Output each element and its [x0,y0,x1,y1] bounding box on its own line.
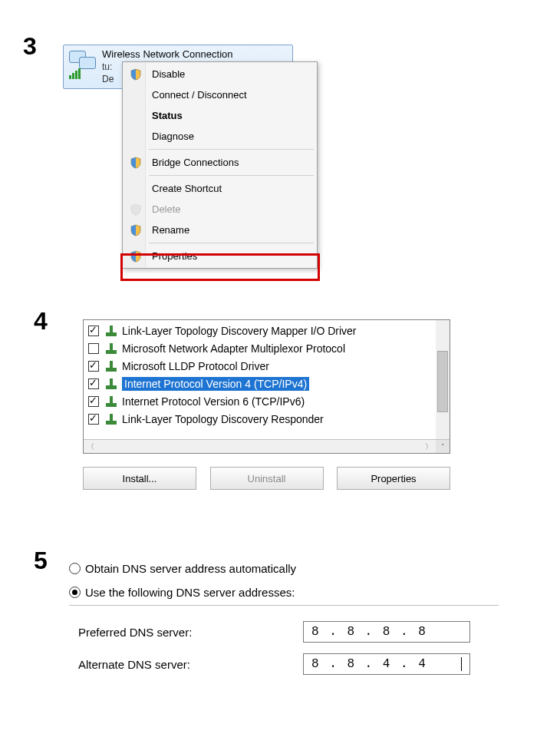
shield-icon [130,68,142,81]
protocol-label: Internet Protocol Version 4 (TCP/IPv4) [122,377,309,391]
protocol-row[interactable]: Link-Layer Topology Discovery Mapper I/O… [84,322,450,339]
menu-label: Create Shortcut [152,183,222,194]
radio-label: Use the following DNS server addresses: [85,586,295,599]
radio-label: Obtain DNS server address automatically [85,562,296,575]
dns-settings-panel: Obtain DNS server address automatically … [69,562,499,686]
menu-label: Status [152,110,183,121]
menu-item-disable[interactable]: Disable [124,64,315,84]
context-menu: Disable Connect / Disconnect Status Diag… [122,61,318,269]
alternate-dns-input[interactable]: 8 . 8 . 4 . 4 [303,653,470,675]
protocol-label: Internet Protocol Version 6 (TCP/IPv6) [122,395,305,408]
protocol-checkbox[interactable] [88,361,99,372]
protocol-row[interactable]: Internet Protocol Version 4 (TCP/IPv4) [84,375,450,392]
menu-label: Rename [152,224,189,236]
scroll-left-icon[interactable]: 〈 [84,441,97,452]
protocol-checkbox[interactable] [88,378,99,389]
protocol-label: Link-Layer Topology Discovery Responder [122,413,324,425]
menu-separator [149,175,314,176]
radio-icon [69,587,81,598]
scrollbar-thumb[interactable] [437,351,448,412]
menu-item-status[interactable]: Status [124,105,315,126]
radio-use-following[interactable]: Use the following DNS server addresses: [69,586,499,599]
vertical-scrollbar[interactable]: ˅ [436,320,450,453]
radio-obtain-auto[interactable]: Obtain DNS server address automatically [69,562,499,575]
protocol-label: Link-Layer Topology Discovery Mapper I/O… [122,325,357,337]
step-number-3: 3 [23,32,37,61]
menu-item-delete: Delete [124,199,315,220]
menu-separator [149,149,314,150]
properties-button[interactable]: Properties [337,467,450,490]
network-adapter-icon [67,48,99,81]
protocol-icon [105,361,117,372]
horizontal-scrollbar[interactable]: 〈〉 [84,439,436,453]
install-button[interactable]: Install... [83,467,196,490]
connection-properties-panel: Link-Layer Topology Discovery Mapper I/O… [60,318,493,515]
protocol-checkbox[interactable] [88,396,99,407]
protocols-listbox[interactable]: Link-Layer Topology Discovery Mapper I/O… [83,319,450,454]
menu-label: Diagnose [152,131,194,142]
protocol-icon [105,396,117,407]
menu-label: Connect / Disconnect [152,89,247,101]
protocol-checkbox[interactable] [88,343,99,354]
menu-separator [149,243,314,243]
menu-label: Delete [152,203,181,215]
menu-label: Disable [152,68,185,80]
uninstall-button: Uninstall [210,467,324,490]
step-number-4: 4 [34,307,48,335]
adapter-title: Wireless Network Connection [102,48,233,61]
scroll-down-icon[interactable]: ˅ [436,439,450,453]
preferred-dns-label: Preferred DNS server: [69,626,303,639]
protocol-icon [105,414,117,425]
protocol-row[interactable]: Internet Protocol Version 6 (TCP/IPv6) [84,392,450,410]
shield-icon [130,250,142,263]
protocol-icon [105,326,117,336]
shield-icon [130,203,142,216]
menu-item-diagnose[interactable]: Diagnose [124,126,315,147]
alternate-dns-label: Alternate DNS server: [69,658,303,671]
protocol-row[interactable]: Microsoft Network Adapter Multiplexor Pr… [84,339,450,357]
protocol-icon [105,343,117,354]
protocol-row[interactable]: Link-Layer Topology Discovery Responder [84,410,450,428]
menu-label: Properties [152,250,197,262]
menu-item-rename[interactable]: Rename [124,220,315,240]
protocol-icon [105,378,117,389]
preferred-dns-input[interactable]: 8 . 8 . 8 . 8 [303,621,470,643]
protocol-label: Microsoft Network Adapter Multiplexor Pr… [122,342,345,355]
shield-icon [130,224,142,236]
protocol-checkbox[interactable] [88,414,99,425]
scroll-right-icon[interactable]: 〉 [422,441,436,452]
protocol-checkbox[interactable] [88,326,99,336]
menu-item-bridge[interactable]: Bridge Connections [124,152,315,173]
step-number-5: 5 [34,547,48,575]
menu-item-connect[interactable]: Connect / Disconnect [124,84,315,105]
menu-item-properties[interactable]: Properties [124,246,315,266]
protocol-row[interactable]: Microsoft LLDP Protocol Driver [84,357,450,375]
shield-icon [130,157,142,169]
protocol-label: Microsoft LLDP Protocol Driver [122,360,269,372]
menu-label: Bridge Connections [152,157,239,168]
menu-item-create-shortcut[interactable]: Create Shortcut [124,178,315,199]
radio-icon [69,563,81,574]
